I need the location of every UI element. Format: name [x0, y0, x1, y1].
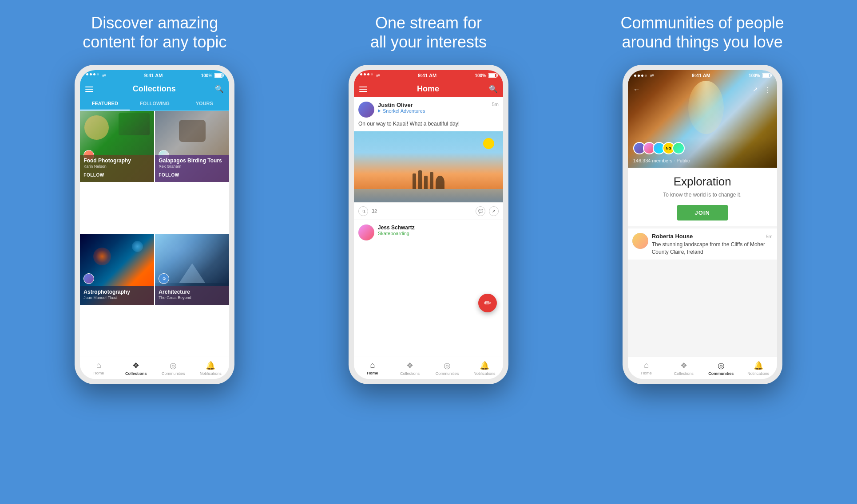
nav3-notifications-label: Notifications [747, 371, 769, 376]
community-post-avatar [632, 233, 648, 249]
nav1-notifications-label: Notifications [200, 371, 222, 376]
nav2-home[interactable]: ⌂ Home [354, 359, 391, 377]
status-bar-1: ⇌ 9:41 AM 100% [80, 70, 229, 81]
screen2-title: Home [417, 84, 439, 94]
home-icon-3: ⌂ [644, 361, 649, 370]
sun [483, 138, 494, 149]
nav3-communities[interactable]: ◎ Communities [702, 359, 740, 378]
collections-header: Collections 🔍 [80, 81, 229, 97]
card-bird-follow[interactable]: FOLLOW [159, 173, 179, 177]
tab-following[interactable]: FOLLOWING [130, 97, 179, 110]
battery-pct-3: 100% [749, 73, 760, 78]
nav3-home[interactable]: ⌂ Home [628, 359, 665, 377]
bottom-nav-2: ⌂ Home ❖ Collections ◎ Communities 🔔 Not… [354, 357, 503, 379]
nav3-notifications[interactable]: 🔔 Notifications [740, 359, 777, 378]
signal-dots: ⇌ [86, 73, 106, 78]
screen1-title: Collections [133, 84, 176, 94]
member-avatars: NG [633, 142, 772, 154]
card-arch[interactable]: ① Architecture The Great Beyond [155, 234, 229, 305]
share-btn[interactable]: ↗ [489, 206, 499, 216]
nav3-collections[interactable]: ❖ Collections [665, 359, 702, 378]
food-leaf [119, 113, 150, 135]
communities-icon-2: ◎ [444, 361, 451, 370]
post-1: Justin Oliver Snorkel Adventures 5m On o… [354, 97, 503, 220]
card-astro[interactable]: Astrophotography Juan Manuel Fluxà [80, 234, 154, 305]
card-food[interactable]: Food Photography Karin Nelson FOLLOW [80, 111, 154, 182]
more-icon[interactable]: ⋮ [764, 86, 772, 94]
signal-dots-2: ⇌ [360, 73, 380, 78]
collections-icon-1: ❖ [132, 361, 139, 370]
post1-text: On our way to Kauai! What a beautiful da… [354, 120, 503, 131]
collections-icon-2: ❖ [406, 361, 413, 370]
search-icon-1[interactable]: 🔍 [215, 85, 224, 93]
post2-avatar [358, 224, 374, 240]
card-astro-author: Juan Manuel Fluxà [83, 295, 151, 300]
dot1-2 [360, 73, 362, 75]
card-bird[interactable]: Galapagos Birding Tours Rex Graham FOLLO… [155, 111, 229, 182]
plus-label: +1 [361, 209, 365, 213]
post2-author: Jess Schwartz [378, 224, 415, 231]
home-icon-1: ⌂ [96, 361, 101, 370]
fab-compose[interactable]: ✏ [478, 294, 497, 312]
menu-line-3 [85, 91, 93, 92]
panel-1-title: Discover amazing content for any topic [83, 13, 226, 51]
member-avatar-4 [672, 142, 685, 154]
comment-btn[interactable]: 💬 [476, 206, 485, 216]
nav1-collections[interactable]: ❖ Collections [117, 359, 155, 378]
nav2-communities[interactable]: ◎ Communities [428, 359, 466, 378]
surfboard [436, 176, 444, 189]
dot2-3 [638, 75, 640, 77]
card-food-title: Food Photography [83, 158, 151, 164]
search-icon-2[interactable]: 🔍 [489, 85, 498, 93]
dot4 [97, 73, 99, 75]
dot1 [86, 73, 88, 75]
nav1-notifications[interactable]: 🔔 Notifications [192, 359, 229, 378]
tab-featured[interactable]: FEATURED [80, 97, 130, 110]
dot3 [93, 73, 95, 75]
nav2-collections[interactable]: ❖ Collections [391, 359, 428, 378]
battery-cap-3 [771, 75, 772, 77]
back-icon[interactable]: ← [633, 86, 640, 94]
nav2-notifications[interactable]: 🔔 Notifications [466, 359, 503, 378]
battery-pct-2: 100% [475, 73, 486, 78]
post1-community[interactable]: Snorkel Adventures [378, 108, 488, 114]
time-3: 9:41 AM [692, 73, 710, 78]
food-decoration [84, 115, 109, 140]
hamburger-menu-2[interactable] [359, 87, 367, 92]
dot2-2 [364, 73, 366, 75]
post1-image [354, 131, 503, 202]
battery-area-1: 100% [201, 73, 223, 78]
community-hero: ⇌ 9:41 AM 100% ← [628, 70, 777, 168]
nav1-home-label: Home [93, 371, 104, 375]
members-count: 146,334 members · Public [633, 158, 690, 163]
card-bird-title: Galapagos Birding Tours [159, 158, 226, 164]
community-post: Roberta House 5m The stunning landscape … [628, 226, 777, 260]
nav1-collections-label: Collections [125, 371, 147, 376]
post1-time: 5m [492, 102, 499, 107]
community-desc: To know the world is to change it. [633, 191, 772, 199]
nav1-communities[interactable]: ◎ Communities [155, 359, 192, 378]
time-2: 9:41 AM [418, 73, 436, 78]
nav1-home[interactable]: ⌂ Home [80, 359, 117, 377]
dot2 [90, 73, 92, 75]
plus-btn[interactable]: +1 [358, 206, 368, 216]
main-container: Discover amazing content for any topic ⇌ [0, 0, 857, 504]
card-food-follow[interactable]: FOLLOW [83, 173, 104, 177]
figure-4 [430, 172, 433, 189]
dot4-3 [645, 75, 647, 77]
notifications-icon-2: 🔔 [480, 361, 489, 370]
tab-yours[interactable]: YOURS [179, 97, 229, 110]
card-bird-overlay: Galapagos Birding Tours Rex Graham FOLLO… [155, 155, 229, 182]
wifi-3: ⇌ [650, 73, 654, 78]
community-arrow [378, 109, 381, 113]
hamburger-menu[interactable] [85, 87, 93, 92]
join-button[interactable]: JOIN [677, 205, 728, 220]
share-icon[interactable]: ↗ [753, 86, 758, 94]
card-food-author: Karin Nelson [83, 164, 151, 169]
card-astro-title: Astrophotography [83, 289, 151, 295]
beach-figures [413, 170, 444, 189]
nav3-communities-label: Communities [708, 371, 734, 376]
notifications-icon-1: 🔔 [206, 361, 215, 370]
nav3-collections-label: Collections [674, 371, 694, 376]
community-post-header: Roberta House 5m [652, 233, 773, 240]
